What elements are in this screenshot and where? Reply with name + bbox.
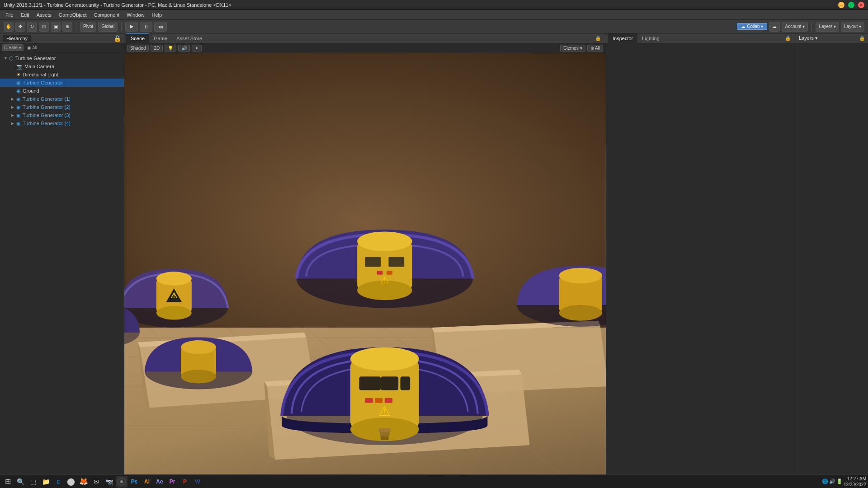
taskbar-explorer-icon[interactable]: 📁	[40, 476, 52, 488]
taskbar-mail-icon[interactable]: ✉	[90, 476, 102, 488]
right-tabs: Inspector Lighting 🔒	[606, 33, 796, 43]
scene-view[interactable]: ⚠	[124, 53, 606, 474]
shading-dropdown[interactable]: Shaded	[127, 45, 149, 52]
cloud-button[interactable]: ☁	[769, 22, 780, 32]
taskbar-search-icon[interactable]: 🔍	[14, 476, 26, 488]
svg-rect-64	[380, 432, 390, 436]
taskbar-illustrator-icon[interactable]: Ai	[141, 476, 153, 488]
hierarchy-item-camera[interactable]: 📷 Main Camera	[0, 62, 124, 70]
layout-button[interactable]: Layout ▾	[841, 22, 864, 32]
play-button[interactable]: ▶	[125, 22, 138, 32]
hierarchy-item-scene[interactable]: ▼ ⬡ Turbine Generator	[0, 54, 124, 62]
turbine1-arrow-icon: ▶	[11, 97, 16, 101]
app-title: Unity 2018.3.11f1 - Turbine Generator.un…	[4, 2, 231, 8]
fx-button[interactable]: ✦	[192, 45, 202, 52]
layers-lock-icon[interactable]: 🔒	[859, 35, 865, 41]
svg-text:⚠: ⚠	[170, 291, 178, 300]
svg-rect-59	[365, 398, 373, 403]
menu-file[interactable]: File	[2, 11, 17, 19]
taskbar-premiere-icon[interactable]: Pr	[166, 476, 178, 488]
pause-button[interactable]: ⏸	[140, 22, 152, 32]
taskbar-taskview-icon[interactable]: ⬚	[27, 476, 39, 488]
lighting-tab[interactable]: Lighting	[637, 33, 664, 43]
rotate-tool-button[interactable]: ↻	[27, 22, 37, 32]
hierarchy-item-turbine-1[interactable]: ▶ ◉ Turbine Generator (1)	[0, 95, 124, 103]
taskbar-unity-icon[interactable]	[116, 476, 127, 488]
menu-help[interactable]: Help	[148, 11, 165, 19]
svg-point-28	[156, 306, 192, 319]
rect-tool-button[interactable]: ▣	[51, 22, 61, 32]
hierarchy-content: ▼ ⬡ Turbine Generator 📷 Main Camera ☀ Di…	[0, 52, 124, 474]
hierarchy-item-turbine-4[interactable]: ▶ ◉ Turbine Generator (4)	[0, 119, 124, 127]
hierarchy-item-turbine-2[interactable]: ▶ ◉ Turbine Generator (2)	[0, 103, 124, 111]
svg-rect-39	[365, 257, 381, 267]
hand-tool-button[interactable]: ✋	[4, 22, 14, 32]
inspector-tab[interactable]: Inspector	[608, 33, 637, 43]
audio-button[interactable]: 🔊	[178, 45, 190, 52]
asset-store-tab[interactable]: Asset Store	[172, 33, 207, 43]
menu-component[interactable]: Component	[90, 11, 123, 19]
maximize-button[interactable]: □	[848, 2, 854, 8]
taskbar-network-icon[interactable]: 🌐	[822, 479, 828, 484]
taskbar: ⊞ 🔍 ⬚ 📁 ε ⬤ 🦊 ✉ 📷 Ps Ai Ae Pr P W 🌐 🔊 🔋 …	[0, 474, 868, 488]
taskbar-aftereffects-icon[interactable]: Ae	[154, 476, 165, 488]
turbine-obj-icon: ◉	[16, 80, 21, 86]
svg-rect-40	[389, 257, 405, 267]
game-tab[interactable]: Game	[149, 33, 172, 43]
close-button[interactable]: ✕	[858, 2, 864, 8]
taskbar-photoshop-icon[interactable]: Ps	[128, 476, 140, 488]
center-area: Scene Game Asset Store 🔒 Shaded 2D 💡 🔊 ✦…	[124, 33, 606, 474]
2d-button[interactable]: 2D	[151, 45, 163, 52]
svg-point-37	[357, 231, 412, 251]
hierarchy-item-turbine-3[interactable]: ▶ ◉ Turbine Generator (3)	[0, 111, 124, 119]
layers-button[interactable]: Layers ▾	[816, 22, 839, 32]
menu-assets[interactable]: Assets	[33, 11, 55, 19]
menu-edit[interactable]: Edit	[17, 11, 33, 19]
turbine4-icon: ◉	[16, 121, 21, 127]
svg-text:⚠: ⚠	[380, 274, 389, 286]
scene-panel-lock[interactable]: 🔒	[592, 35, 604, 41]
collab-button[interactable]: ☁Collab ▾	[737, 23, 767, 30]
pivot-button[interactable]: Pivot	[80, 22, 96, 32]
layers-header: Layers ▾ 🔒	[796, 33, 868, 43]
scene-icon: ⬡	[9, 56, 14, 61]
taskbar-word-icon[interactable]: W	[192, 476, 203, 488]
title-bar: Unity 2018.3.11f1 - Turbine Generator.un…	[0, 0, 868, 10]
all-layers-scene-button[interactable]: ⊕ All	[587, 45, 603, 52]
light-label: Directional Light	[23, 72, 58, 77]
minimize-button[interactable]: ─	[838, 2, 844, 8]
taskbar-camera-icon[interactable]: 📷	[103, 476, 115, 488]
gizmos-button[interactable]: Gizmos ▾	[560, 45, 585, 52]
taskbar-start-icon[interactable]: ⊞	[2, 476, 14, 488]
account-button[interactable]: Account ▾	[782, 22, 808, 32]
global-button[interactable]: Global	[98, 22, 118, 32]
menu-window[interactable]: Window	[123, 11, 148, 19]
taskbar-edge-icon[interactable]: ε	[52, 476, 64, 488]
hierarchy-lock-icon[interactable]: 🔒	[113, 35, 121, 42]
hierarchy-item-ground[interactable]: ◉ Ground	[0, 87, 124, 95]
menu-gameobject[interactable]: GameObject	[55, 11, 90, 19]
transform-tool-button[interactable]: ⊕	[62, 22, 72, 32]
taskbar-battery-icon[interactable]: 🔋	[836, 479, 843, 484]
sep3	[811, 22, 812, 31]
taskbar-chrome-icon[interactable]: ⬤	[65, 476, 77, 488]
turbine3-icon: ◉	[16, 113, 21, 118]
svg-rect-61	[385, 398, 392, 403]
taskbar-powerpoint-icon[interactable]: P	[179, 476, 191, 488]
taskbar-firefox-icon[interactable]: 🦊	[78, 476, 90, 488]
hierarchy-item-turbine-generator[interactable]: ◉ Turbine Generator	[0, 79, 124, 87]
step-button[interactable]: ⏭	[154, 22, 167, 32]
inspector-lock-icon[interactable]: 🔒	[782, 35, 794, 41]
lighting-button[interactable]: 💡	[165, 45, 176, 52]
scene-tab[interactable]: Scene	[126, 33, 149, 43]
hierarchy-all-label: ◉ All	[27, 45, 37, 50]
move-tool-button[interactable]: ✥	[15, 22, 25, 32]
layers-label: Layers ▾	[799, 35, 818, 41]
taskbar-sound-icon[interactable]: 🔊	[829, 479, 835, 484]
hierarchy-create-button[interactable]: Create ▾	[2, 44, 24, 51]
turbine2-icon: ◉	[16, 104, 21, 110]
hierarchy-tab[interactable]: Hierarchy	[3, 35, 31, 42]
scale-tool-button[interactable]: ⊡	[39, 22, 49, 32]
scene-arrow-icon: ▼	[4, 56, 9, 61]
hierarchy-item-light[interactable]: ☀ Directional Light	[0, 70, 124, 79]
